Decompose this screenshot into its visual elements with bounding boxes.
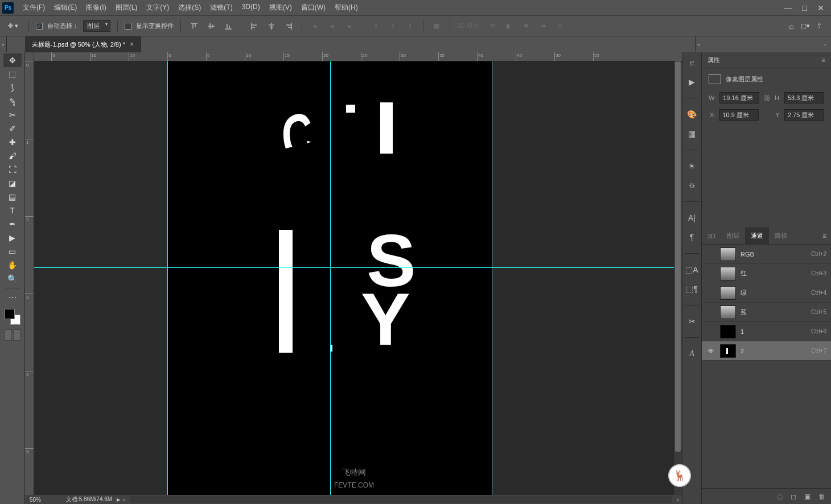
collapse-panels-handle[interactable]: » (702, 36, 831, 52)
type-tool[interactable]: T (3, 204, 22, 217)
align-left-icon[interactable] (248, 20, 261, 32)
para-styles-icon[interactable]: ⬚¶ (685, 282, 699, 296)
auto-select-checkbox[interactable] (36, 23, 43, 30)
shape-tool[interactable]: ▭ (3, 245, 22, 258)
menu-item[interactable]: 编辑(E) (50, 3, 81, 13)
align-right-icon[interactable] (282, 20, 295, 32)
menu-item[interactable]: 文字(Y) (142, 3, 174, 13)
show-transform-checkbox[interactable] (125, 23, 131, 30)
foreground-color[interactable] (5, 309, 15, 319)
paragraph-panel-icon[interactable]: ¶ (685, 230, 699, 244)
width-input[interactable] (719, 92, 759, 104)
ruler-origin[interactable] (25, 52, 34, 61)
guide-vertical[interactable] (330, 61, 331, 495)
channel-row[interactable]: 👁2Ctrl+7 (702, 341, 831, 361)
menu-item[interactable]: 视图(V) (265, 3, 297, 13)
hand-tool[interactable]: ✋ (3, 258, 22, 272)
horizontal-scrollbar[interactable] (130, 496, 672, 503)
edit-toolbar[interactable]: ⋯ (3, 291, 22, 304)
collapse-dock-handle[interactable]: « (695, 36, 702, 52)
actions-panel-icon[interactable]: ▶ (685, 75, 699, 89)
zoom-level[interactable]: 50% (25, 497, 61, 503)
visibility-toggle[interactable]: 👁 (706, 347, 715, 355)
y-input[interactable] (784, 109, 824, 121)
path-select-tool[interactable]: ▶ (3, 231, 22, 245)
tab-3d[interactable]: 3D (702, 228, 721, 244)
save-selection-icon[interactable]: ◻ (791, 493, 796, 501)
color-panel-icon[interactable]: 🎨 (685, 108, 699, 121)
share-icon[interactable]: ⇪ (817, 22, 822, 30)
x-input[interactable] (719, 109, 759, 121)
swatches-panel-icon[interactable]: ▦ (685, 127, 699, 141)
pen-tool[interactable]: ✒ (3, 217, 22, 231)
menu-item[interactable]: 图层(L) (111, 3, 142, 13)
eraser-tool[interactable]: ◪ (3, 176, 22, 190)
stamp-tool[interactable]: ⛶ (3, 163, 22, 176)
menu-item[interactable]: 选择(S) (174, 3, 205, 13)
channels-menu-icon[interactable]: ≡ (818, 232, 831, 240)
tab-close-icon[interactable]: × (130, 40, 134, 48)
vertical-ruler[interactable]: 012345 (25, 61, 34, 495)
brush-tool[interactable]: 🖌 (3, 149, 22, 163)
guide-vertical[interactable] (167, 61, 168, 495)
align-hcenter-icon[interactable] (265, 20, 278, 32)
channel-row[interactable]: 红Ctrl+3 (702, 264, 831, 283)
vertical-scrollbar[interactable] (674, 61, 682, 495)
channel-row[interactable]: 绿Ctrl+4 (702, 283, 831, 303)
menu-item[interactable]: 帮助(H) (330, 3, 363, 13)
minimize-button[interactable]: — (784, 3, 792, 13)
glyphs-panel-icon[interactable]: A (685, 347, 699, 361)
adjustments-panel-icon[interactable]: ☀ (685, 159, 699, 173)
styles-panel-icon[interactable]: ⛭ (685, 179, 699, 192)
tab-layers[interactable]: 图层 (721, 228, 745, 244)
align-bottom-icon[interactable] (222, 20, 235, 32)
channel-row[interactable]: 蓝Ctrl+5 (702, 303, 831, 322)
layer-type-dropdown[interactable]: 图层 (83, 20, 110, 32)
quickmask-toggle[interactable] (5, 329, 20, 341)
guide-horizontal[interactable] (34, 267, 674, 268)
screen-mode-icon[interactable]: ▢▾ (801, 22, 810, 30)
gradient-tool[interactable]: ▤ (3, 190, 22, 204)
properties-panel-header[interactable]: 属性 ≡ (702, 52, 831, 68)
color-swatch[interactable] (5, 309, 20, 325)
move-tool-icon[interactable]: ✥ ▾ (5, 19, 22, 33)
delete-channel-icon[interactable]: 🗑 (818, 493, 825, 501)
eyedropper-tool[interactable]: ✐ (3, 122, 22, 135)
crop-tool[interactable]: ✂ (3, 108, 22, 122)
align-top-icon[interactable] (188, 20, 200, 32)
panel-menu-icon[interactable]: ≡ (821, 56, 825, 64)
quick-select-tool[interactable]: ✎̥ (3, 94, 22, 108)
load-selection-icon[interactable]: ◌ (777, 493, 783, 501)
menu-item[interactable]: 窗口(W) (297, 3, 330, 13)
menu-item[interactable]: 文件(F) (18, 3, 50, 13)
tab-paths[interactable]: 路径 (769, 228, 793, 244)
zoom-tool[interactable]: 🔍 (3, 272, 22, 286)
move-tool[interactable]: ✥ (3, 53, 22, 67)
lasso-tool[interactable]: ⟆ (3, 81, 22, 94)
channel-row[interactable]: RGBCtrl+2 (702, 245, 831, 264)
new-channel-icon[interactable]: ▣ (804, 493, 811, 501)
maximize-button[interactable]: □ (803, 3, 807, 13)
horizontal-ruler[interactable]: 151050510152025303540455055 (34, 52, 682, 61)
menu-item[interactable]: 3D(D) (237, 3, 265, 13)
close-button[interactable]: ✕ (817, 3, 824, 13)
healing-tool[interactable]: ✚ (3, 135, 22, 149)
modify-panel-icon[interactable]: ✂ (685, 315, 699, 328)
history-panel-icon[interactable]: ⎌ (685, 56, 699, 69)
align-vcenter-icon[interactable] (205, 20, 217, 32)
character-panel-icon[interactable]: A| (685, 211, 699, 225)
canvas-viewport[interactable]: C S Y 飞特网 FEVTE.COM (34, 61, 674, 495)
menu-item[interactable]: 图像(I) (81, 3, 110, 13)
link-dimensions-icon[interactable]: ⛓ (763, 93, 771, 102)
expand-toolbar-handle[interactable]: » (0, 36, 7, 52)
channel-row[interactable]: 1Ctrl+6 (702, 322, 831, 341)
doc-info[interactable]: 文档:5.86M/74.6M (61, 495, 117, 503)
document-tab[interactable]: 未标题-1.psd @ 50% (人物, 2/8) * × (25, 36, 141, 52)
height-input[interactable] (784, 92, 824, 104)
scroll-right-arrow[interactable]: › (674, 497, 682, 503)
scroll-left-arrow[interactable]: ‹ (120, 497, 128, 503)
marquee-tool[interactable]: ⬚ (3, 67, 22, 81)
menu-item[interactable]: 滤镜(T) (205, 3, 237, 13)
char-styles-icon[interactable]: ⬚A (685, 263, 699, 276)
tab-channels[interactable]: 通道 (745, 228, 769, 244)
